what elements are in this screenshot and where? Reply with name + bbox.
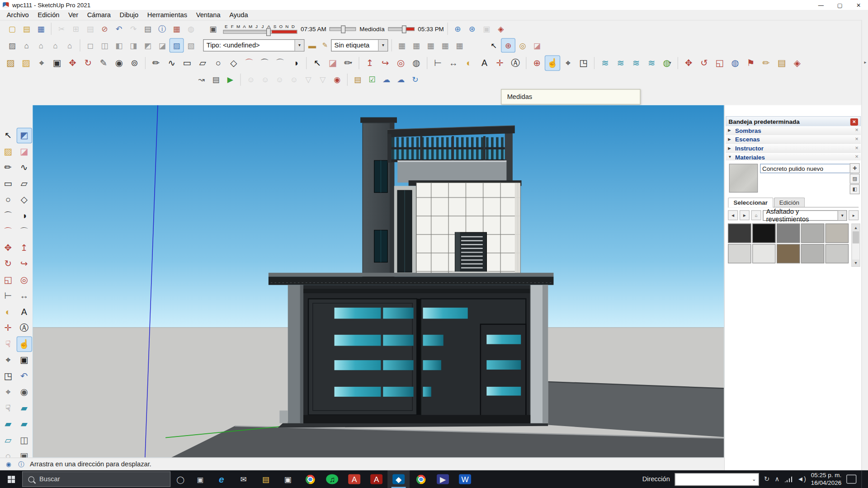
geolocation-icon[interactable]: ◉	[5, 460, 13, 468]
section-fill-tool[interactable]: ▰	[1, 417, 15, 432]
orbit-tool-button[interactable]: ⊕	[530, 56, 544, 70]
tab-seleccionar[interactable]: Seleccionar	[728, 197, 773, 207]
menu-ventana[interactable]: Ventana	[192, 11, 225, 19]
axes-scale-button[interactable]: ◱	[712, 56, 727, 70]
tray-section-instructor[interactable]: ▶Instructor✕	[726, 144, 861, 153]
redo-button[interactable]: ↷	[127, 22, 140, 35]
tray-header[interactable]: Bandeja predeterminada ✕	[726, 116, 861, 127]
hide-objects-tool[interactable]: ◫	[17, 433, 31, 448]
chevron-down-icon[interactable]: ▾	[294, 40, 304, 51]
taskbar-app-autocad[interactable]: A	[343, 470, 365, 488]
compass-button[interactable]: ◎	[516, 38, 529, 52]
section-layers-button-3[interactable]: ≋	[629, 56, 643, 70]
iso-view-button[interactable]: ⌂	[34, 38, 47, 52]
position-camera-tool[interactable]: ⌖	[1, 385, 15, 399]
new-document-button[interactable]: ▢	[5, 22, 19, 35]
taskbar-app-chrome[interactable]	[299, 470, 321, 488]
scroll-down-icon[interactable]: ▼	[852, 259, 859, 266]
paint-bucket-button[interactable]: ▨	[3, 56, 18, 70]
walk-tool[interactable]: ☟	[1, 337, 15, 352]
shadows-toggle-button[interactable]: ▣	[207, 22, 220, 35]
style-b-button[interactable]: ▽	[316, 73, 329, 86]
binoculars-button[interactable]: ⊚	[127, 56, 142, 70]
make-component-tool[interactable]: ◩	[17, 128, 31, 143]
credits-info-icon[interactable]: ⓘ	[17, 460, 25, 468]
three-point-arc-tool[interactable]: ⌒	[17, 225, 31, 239]
taskbar-app-microsoft-store[interactable]: ▣	[277, 470, 299, 488]
address-combobox[interactable]: ⌄	[675, 473, 759, 485]
material-swatch[interactable]	[752, 244, 775, 263]
pie-tool[interactable]: ◑	[17, 209, 31, 223]
axes-tool-button[interactable]: ✛	[493, 56, 507, 70]
rotate-tool[interactable]: ↻	[1, 257, 15, 271]
layers-grid-button-2[interactable]: ▦	[410, 38, 423, 52]
time-slider-track-2[interactable]	[388, 27, 415, 31]
follow-me-tool[interactable]: ↪	[17, 257, 31, 271]
taskbar-app-spotify[interactable]: ♫	[321, 470, 343, 488]
sample-paint-button[interactable]: ✎	[96, 56, 111, 70]
text-tool-button[interactable]: A	[477, 56, 492, 70]
model-viewport[interactable]	[33, 105, 724, 458]
section-outline-tool[interactable]: ▱	[1, 433, 15, 448]
arc-tool-button[interactable]: ⌒	[242, 56, 256, 70]
chevron-down-icon[interactable]: ▾	[378, 40, 387, 51]
undo-button[interactable]: ↶	[113, 22, 126, 35]
people-button-2[interactable]: ☺	[259, 73, 272, 86]
follow-me-button[interactable]: ↪	[378, 56, 392, 70]
section-close-button[interactable]: ✕	[855, 128, 859, 133]
cut-button[interactable]: ✂	[55, 22, 68, 35]
move-red-button[interactable]: ✥	[65, 56, 80, 70]
zoom-tool[interactable]: ⌖	[1, 353, 15, 367]
push-pull-tool[interactable]: ↥	[17, 241, 31, 255]
select-cursor-button[interactable]: ↖	[487, 38, 500, 52]
last-tool-button[interactable]: ◈	[790, 56, 804, 70]
pan-tool[interactable]: ☝	[17, 337, 31, 352]
material-swatch[interactable]	[826, 244, 849, 263]
bucket-fill-button[interactable]: ▨	[19, 56, 33, 70]
time-slider-thumb-2[interactable]	[402, 25, 406, 33]
style-edit-button[interactable]: ▨	[5, 38, 19, 52]
zoom-extents-tool[interactable]: ◳	[1, 369, 15, 384]
add-location-button[interactable]: ⊕	[451, 22, 464, 35]
scroll-thumb[interactable]	[853, 231, 859, 244]
section-close-button[interactable]: ✕	[855, 155, 859, 160]
dimension-tool[interactable]: ↔	[17, 289, 31, 303]
pie-tool-button[interactable]: ◑	[288, 56, 303, 70]
section-hatch-button[interactable]: ▨	[170, 38, 183, 52]
globe-model-button[interactable]: ◍	[728, 56, 742, 70]
monochrome-button[interactable]: ◩	[141, 38, 154, 52]
section-layers-button-2[interactable]: ≋	[613, 56, 628, 70]
material-swatch[interactable]	[801, 244, 824, 263]
credits-button[interactable]: ◍▾	[660, 56, 675, 70]
menu-dibujo[interactable]: Dibujo	[115, 11, 143, 19]
show-desktop-button[interactable]	[861, 470, 864, 488]
tape-measure-tool[interactable]: ⊢	[1, 289, 15, 303]
action-center-icon[interactable]	[846, 475, 856, 484]
polygon-tool[interactable]: ◇	[17, 192, 31, 207]
push-pull-button[interactable]: ↥	[363, 56, 377, 70]
axes-tool[interactable]: ✛	[1, 321, 15, 335]
details-button[interactable]: ▸	[849, 210, 859, 220]
layers-grid-button-1[interactable]: ▦	[395, 38, 408, 52]
house-model[interactable]	[33, 105, 724, 458]
protractor-button[interactable]: ◐	[462, 56, 476, 70]
send-to-layout-button[interactable]: ◈	[494, 22, 507, 35]
home-view-button[interactable]: ⌂	[20, 38, 33, 52]
rotate-red-button[interactable]: ↻	[81, 56, 95, 70]
refresh-icon[interactable]: ↻	[764, 475, 769, 483]
taskbar-app-word[interactable]: W	[454, 470, 476, 488]
freehand-tool-button[interactable]: ∿	[165, 56, 179, 70]
taskbar-app-edge[interactable]: e	[210, 470, 232, 488]
time-slider-track-1[interactable]	[330, 27, 356, 31]
flag-button[interactable]: ⚑	[743, 56, 758, 70]
copy-button[interactable]: ⊞	[69, 22, 82, 35]
tab-edicin[interactable]: Edición	[774, 197, 805, 207]
freehand-tool[interactable]: ∿	[17, 160, 31, 175]
dropdown-arrow-icon[interactable]: ▾	[669, 60, 671, 65]
rotated-rectangle-button[interactable]: ▱	[195, 56, 210, 70]
dock-arrow-icon[interactable]: ▸	[862, 60, 868, 65]
xray-button[interactable]: ◪	[156, 38, 169, 52]
material-name-input[interactable]	[760, 164, 853, 173]
previous-view-tool[interactable]: ↶	[17, 369, 31, 384]
material-category-dropdown[interactable]: Asfaltado y revestimientos ▾	[763, 210, 847, 221]
